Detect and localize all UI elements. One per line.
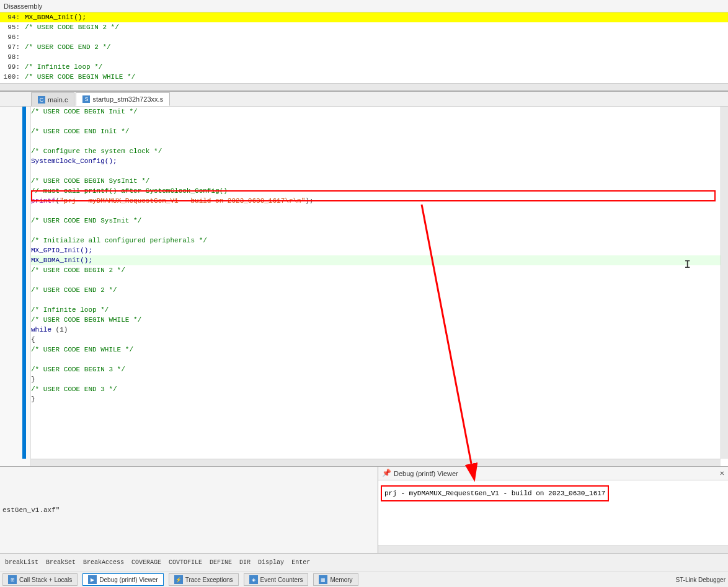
editor-line-102: 102 { xyxy=(31,335,728,345)
cmd-breakset[interactable]: BreakSet xyxy=(43,558,78,567)
editor-line-100: 100 /* USER CODE BEGIN WHILE */ xyxy=(31,315,728,325)
editor-line-79: 79 /* USER CODE BEGIN Init */ xyxy=(31,107,728,117)
editor-line-87: 87 // must call printf() after SystemClo… xyxy=(31,186,728,196)
editor-line-91: 91 xyxy=(31,226,728,236)
debug-panel-left: estGen_v1.axf" xyxy=(0,467,378,553)
pin-icon: 📌 xyxy=(382,469,391,478)
tab-event-counters[interactable]: ◈ Event Counters xyxy=(244,573,309,586)
disasm-line-95: 95: /* USER CODE BEGIN 2 */ xyxy=(0,22,728,32)
left-blue-bar xyxy=(22,107,26,459)
memory-icon: ▦ xyxy=(319,575,327,584)
cmd-dir[interactable]: DIR xyxy=(237,558,253,567)
tab-memory[interactable]: ▦ Memory xyxy=(313,573,358,586)
cmd-display[interactable]: Display xyxy=(255,558,286,567)
debug-panel: estGen_v1.axf" 📌 Debug (printf) Viewer ✕… xyxy=(0,466,728,553)
debug-printf-panel: 📌 Debug (printf) Viewer ✕ prj - myDMAMUX… xyxy=(378,467,728,553)
editor-line-89: 89 xyxy=(31,206,728,216)
cmd-enter[interactable]: Enter xyxy=(289,558,313,567)
editor-line-109: 109 xyxy=(31,404,728,414)
editor-line-107: 107 /* USER CODE END 3 */ xyxy=(31,384,728,394)
editor-line-96: 96 xyxy=(31,275,728,285)
line-number-gutter xyxy=(0,107,31,466)
debug-output-area: prj - myDMAMUX_RequestGen_V1 - build on … xyxy=(378,480,728,545)
editor-line-97: 97 /* USER CODE END 2 */ xyxy=(31,285,728,295)
editor-line-88: 88 printf("prj - myDMAMUX_RequestGen_V1 … xyxy=(31,196,728,206)
disasm-line-100: 100: /* USER CODE BEGIN WHILE */ xyxy=(0,72,728,82)
editor-line-98: 98 xyxy=(31,295,728,305)
toolbar-commands-row: breakList BreakSet BreakAccess COVERAGE … xyxy=(0,554,728,572)
debug-printf-icon: ▶ xyxy=(88,575,97,584)
editor-line-101: 101 while (1) xyxy=(31,325,728,335)
cmd-breaklist[interactable]: breakList xyxy=(2,558,41,567)
editor-line-99: 99 /* Infinite loop */ xyxy=(31,305,728,315)
editor-line-105: 105 /* USER CODE BEGIN 3 */ xyxy=(31,364,728,374)
event-icon: ◈ xyxy=(249,575,258,584)
toolbar-tabs-row: ⊞ Call Stack + Locals ▶ Debug (printf) V… xyxy=(0,572,728,587)
debug-title-bar: 📌 Debug (printf) Viewer ✕ xyxy=(378,467,728,480)
debug-viewer-title: Debug (printf) Viewer xyxy=(394,470,717,477)
debug-output-box: prj - myDMAMUX_RequestGen_V1 - build on … xyxy=(381,485,609,501)
disasm-line-98: 98: xyxy=(0,52,728,62)
tab-bar: C main.c S startup_stm32h723xx.s xyxy=(0,92,728,107)
call-stack-icon: ⊞ xyxy=(8,575,17,584)
editor-hscroll[interactable] xyxy=(31,459,721,466)
editor-line-95: 95 /* USER CODE BEGIN 2 */ xyxy=(31,265,728,275)
tab-main-c-icon: C xyxy=(38,96,45,104)
debug-hscroll[interactable] xyxy=(378,545,728,553)
editor-line-90: 90 /* USER CODE END SysInit */ xyxy=(31,216,728,226)
tab-startup-icon: S xyxy=(82,95,90,103)
disassembly-title: Disassembly xyxy=(4,2,42,10)
editor-line-86: 86 /* USER CODE BEGIN SysInit */ xyxy=(31,176,728,186)
editor-line-92: 92 /* Initialize all configured peripher… xyxy=(31,236,728,245)
left-panel-filepath: estGen_v1.axf" xyxy=(2,506,60,514)
disassembly-panel: Disassembly 94: MX_BDMA_Init(); 95: /* U… xyxy=(0,0,728,92)
debug-printf-label: Debug (printf) Viewer xyxy=(99,576,158,583)
disasm-line-96: 96: xyxy=(0,32,728,42)
editor-line-82: 82 xyxy=(31,136,728,146)
editor-line-85: 85 xyxy=(31,166,728,176)
disassembly-title-bar: Disassembly xyxy=(0,0,728,12)
trace-label: Trace Exceptions xyxy=(185,576,233,583)
stlink-status: ST-Link Debugger xyxy=(675,576,726,583)
editor-line-106: 106 } xyxy=(31,374,728,384)
code-area[interactable]: 79 /* USER CODE BEGIN Init */ 80 81 /* U… xyxy=(31,107,728,459)
tab-startup[interactable]: S startup_stm32h723xx.s xyxy=(76,92,170,106)
text-cursor: I xyxy=(684,258,691,271)
tab-startup-label: startup_stm32h723xx.s xyxy=(92,95,163,103)
code-editor: 79 /* USER CODE BEGIN Init */ 80 81 /* U… xyxy=(0,107,728,466)
disassembly-content: 94: MX_BDMA_Init(); 95: /* USER CODE BEG… xyxy=(0,12,728,90)
debug-output-text: prj - myDMAMUX_RequestGen_V1 - build on … xyxy=(384,490,605,497)
editor-line-104: 104 xyxy=(31,355,728,364)
editor-line-93: 93 MX_GPIO_Init(); xyxy=(31,245,728,255)
editor-line-80: 80 xyxy=(31,117,728,126)
disasm-line-97: 97: /* USER CODE END 2 */ xyxy=(0,42,728,52)
disassembly-hscroll[interactable] xyxy=(0,83,728,90)
cmd-define[interactable]: DEFINE xyxy=(207,558,234,567)
tab-trace-exceptions[interactable]: ⚡ Trace Exceptions xyxy=(169,573,239,586)
editor-line-108: 108 } xyxy=(31,394,728,404)
bottom-toolbar: breakList BreakSet BreakAccess COVERAGE … xyxy=(0,553,728,587)
disasm-line-99: 99: /* Infinite loop */ xyxy=(0,62,728,72)
editor-line-103: 103 /* USER CODE END WHILE */ xyxy=(31,345,728,355)
tab-debug-printf[interactable]: ▶ Debug (printf) Viewer xyxy=(82,573,163,586)
tab-main-c[interactable]: C main.c xyxy=(31,92,74,106)
editor-line-84: 84 SystemClock_Config(); xyxy=(31,156,728,166)
event-label: Event Counters xyxy=(260,576,303,583)
editor-vscroll[interactable] xyxy=(721,107,728,459)
memory-label: Memory xyxy=(330,576,352,583)
cmd-breakaccess[interactable]: BreakAccess xyxy=(81,558,127,567)
editor-line-81: 81 /* USER CODE END Init */ xyxy=(31,126,728,136)
close-debug-icon[interactable]: ✕ xyxy=(720,469,724,478)
editor-line-83: 83 /* Configure the system clock */ xyxy=(31,146,728,156)
editor-panel: C main.c S startup_stm32h723xx.s 79 /* U… xyxy=(0,92,728,466)
editor-line-94: 94 MX_BDMA_Init(); » xyxy=(31,255,728,265)
tab-main-c-label: main.c xyxy=(48,96,68,104)
cmd-coverage[interactable]: COVERAGE xyxy=(129,558,164,567)
call-stack-label: Call Stack + Locals xyxy=(19,576,72,583)
tab-call-stack[interactable]: ⊞ Call Stack + Locals xyxy=(2,573,78,586)
cmd-covtofile[interactable]: COVTOFILE xyxy=(166,558,205,567)
trace-icon: ⚡ xyxy=(174,575,183,584)
disasm-line-94: 94: MX_BDMA_Init(); xyxy=(0,12,728,22)
